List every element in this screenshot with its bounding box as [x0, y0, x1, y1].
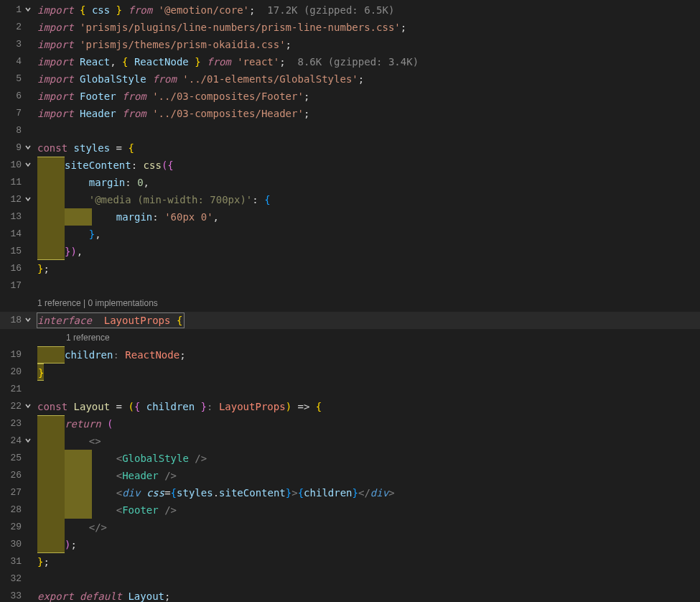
code-line[interactable]: 19children: ReactNode;	[0, 346, 700, 363]
line-number: 23	[0, 415, 22, 432]
code-line[interactable]: 15}),	[0, 243, 700, 260]
fold-icon	[22, 467, 34, 484]
code-line[interactable]: 33export default Layout;	[0, 588, 700, 602]
code-content[interactable]: import Header from '../03-composites/Hea…	[34, 105, 309, 122]
code-content[interactable]: export default Layout;	[34, 588, 170, 602]
fold-icon	[22, 36, 34, 53]
fold-icon[interactable]	[22, 1, 34, 19]
code-line[interactable]: 31};	[0, 553, 700, 570]
code-line[interactable]: 20}	[0, 363, 700, 381]
code-content[interactable]: children: ReactNode;	[34, 346, 186, 363]
code-line[interactable]: 5import GlobalStyle from '../01-elements…	[0, 70, 700, 88]
code-content[interactable]: }	[34, 363, 44, 381]
code-content[interactable]: import GlobalStyle from '../01-elements/…	[34, 70, 364, 88]
code-line[interactable]: 25 <GlobalStyle />	[0, 450, 700, 467]
code-line[interactable]: 26 <Header />	[0, 467, 700, 484]
line-number: 30	[0, 536, 22, 553]
code-content[interactable]: import { css } from '@emotion/core'; 17.…	[34, 1, 394, 19]
line-number: 22	[0, 398, 22, 415]
fold-icon	[22, 484, 34, 501]
code-content[interactable]: margin: 0,	[34, 174, 149, 191]
line-number: 14	[0, 226, 22, 243]
code-content[interactable]: const Layout = ({ children }: LayoutProp…	[34, 398, 322, 415]
code-content[interactable]: },	[34, 226, 101, 243]
code-line[interactable]: 10siteContent: css({	[0, 157, 700, 174]
code-content[interactable]: <div css={styles.siteContent}>{children}…	[34, 484, 395, 501]
code-line[interactable]: 11 margin: 0,	[0, 174, 700, 191]
fold-icon[interactable]	[22, 191, 34, 208]
code-line[interactable]: 7import Header from '../03-composites/He…	[0, 105, 700, 122]
code-line[interactable]: 27 <div css={styles.siteContent}>{childr…	[0, 484, 700, 501]
codelens[interactable]: 1 reference	[34, 330, 110, 346]
code-line[interactable]: 13 margin: '60px 0',	[0, 208, 700, 226]
code-line[interactable]: 1import { css } from '@emotion/core'; 17…	[0, 1, 700, 19]
fold-icon	[22, 53, 34, 70]
code-line[interactable]: 28 <Footer />	[0, 501, 700, 519]
codelens[interactable]: 1 reference | 0 implementations	[34, 295, 158, 311]
code-content[interactable]: '@media (min-width: 700px)': {	[34, 191, 271, 208]
line-number: 17	[0, 277, 22, 295]
code-line[interactable]: 23return (	[0, 415, 700, 432]
code-line[interactable]: 12 '@media (min-width: 700px)': {	[0, 191, 700, 208]
code-line[interactable]: 29 </>	[0, 519, 700, 536]
code-line[interactable]: 24 <>	[0, 432, 700, 450]
line-number: 33	[0, 588, 22, 602]
code-content[interactable]: interface LayoutProps {	[34, 312, 182, 329]
code-editor[interactable]: 1import { css } from '@emotion/core'; 17…	[0, 0, 700, 602]
code-content[interactable]: );	[34, 536, 77, 553]
code-content[interactable]: import 'prismjs/themes/prism-okaidia.css…	[34, 36, 291, 53]
code-line[interactable]: 18interface LayoutProps {	[0, 312, 700, 329]
line-number: 9	[0, 139, 22, 157]
line-number: 31	[0, 553, 22, 570]
line-number: 25	[0, 450, 22, 467]
line-number: 13	[0, 208, 22, 226]
fold-icon[interactable]	[22, 432, 34, 450]
code-content[interactable]: }),	[34, 243, 83, 260]
code-line[interactable]: 14 },	[0, 226, 700, 243]
code-line[interactable]: 30);	[0, 536, 700, 553]
code-content[interactable]: <GlobalStyle />	[34, 450, 207, 467]
code-line[interactable]: 17	[0, 277, 700, 295]
line-number: 4	[0, 53, 22, 70]
code-line[interactable]: 3import 'prismjs/themes/prism-okaidia.cs…	[0, 36, 700, 53]
code-line[interactable]: 6import Footer from '../03-composites/Fo…	[0, 88, 700, 105]
code-content[interactable]: import 'prismjs/plugins/line-numbers/pri…	[34, 19, 406, 36]
line-number: 8	[0, 122, 22, 139]
code-line[interactable]: 8	[0, 122, 700, 139]
line-number: 26	[0, 467, 22, 484]
fold-icon[interactable]	[22, 312, 34, 329]
fold-icon[interactable]	[22, 398, 34, 415]
code-line[interactable]: 32	[0, 570, 700, 588]
fold-icon	[22, 19, 34, 36]
code-content[interactable]: </>	[34, 519, 107, 536]
fold-icon[interactable]	[22, 139, 34, 157]
code-content[interactable]: };	[34, 553, 50, 570]
code-line[interactable]: 4import React, { ReactNode } from 'react…	[0, 53, 700, 70]
code-content[interactable]: <Header />	[34, 467, 177, 484]
line-number: 6	[0, 88, 22, 105]
fold-icon	[22, 381, 34, 398]
code-line[interactable]: 2import 'prismjs/plugins/line-numbers/pr…	[0, 19, 700, 36]
code-line[interactable]: 9const styles = {	[0, 139, 700, 157]
fold-icon[interactable]	[22, 157, 34, 174]
fold-icon	[22, 260, 34, 277]
code-content[interactable]: import Footer from '../03-composites/Foo…	[34, 88, 309, 105]
code-line[interactable]: 21	[0, 381, 700, 398]
code-content[interactable]: <>	[34, 432, 101, 450]
line-number: 24	[0, 432, 22, 450]
fold-icon	[22, 450, 34, 467]
code-content[interactable]: margin: '60px 0',	[34, 208, 219, 226]
code-content[interactable]: const styles = {	[34, 139, 134, 157]
line-number: 28	[0, 501, 22, 519]
line-number: 11	[0, 174, 22, 191]
code-content[interactable]: import React, { ReactNode } from 'react'…	[34, 53, 419, 70]
code-content[interactable]: return (	[34, 415, 113, 432]
fold-icon	[22, 88, 34, 105]
code-line[interactable]: 16};	[0, 260, 700, 277]
line-number: 1	[0, 1, 22, 19]
code-line[interactable]: 22const Layout = ({ children }: LayoutPr…	[0, 398, 700, 415]
code-content[interactable]: <Footer />	[34, 501, 177, 519]
line-number: 27	[0, 484, 22, 501]
code-content[interactable]: siteContent: css({	[34, 157, 174, 174]
code-content[interactable]: };	[34, 260, 50, 277]
